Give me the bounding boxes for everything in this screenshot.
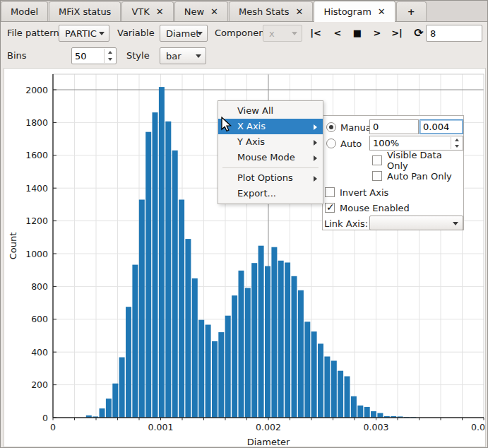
x-ticks [53,418,484,420]
manual-radio[interactable] [326,122,336,132]
plot-context-menu: View AllX AxisY AxisMouse ModePlot Optio… [218,100,323,204]
spin-down-icon [108,58,112,61]
svg-text:200: 200 [31,379,48,390]
x-axis-options-panel: Manual Auto Visible Data Only Auto Pan O… [322,115,464,230]
chevron-down-icon [453,222,458,225]
submenu-arrow-icon [314,140,317,146]
link-axis-combo[interactable] [369,216,463,230]
chevron-down-icon [292,32,297,35]
component-combo: x [263,25,302,42]
spin-up-button[interactable] [105,49,115,56]
tab-mesh-stats[interactable]: Mesh Stats✕ [229,1,313,21]
menu-item-x-axis[interactable]: X Axis [218,119,323,134]
auto-percent-spinbox[interactable] [369,136,463,151]
x-min-field[interactable] [369,119,419,134]
svg-text:400: 400 [31,347,48,358]
visible-data-only-checkbox[interactable] [372,155,382,165]
file-pattern-combo[interactable]: PARTIC [59,25,109,42]
y-axis-label: Count [8,232,18,260]
bins-spinbox[interactable] [71,47,117,64]
svg-text:1200: 1200 [25,216,48,226]
tab-label: New [184,6,204,17]
spin-down-button[interactable] [105,56,115,63]
component-label: Component [215,25,268,42]
bins-label: Bins [7,47,27,64]
variable-label: Variable [117,25,155,42]
last-frame-button[interactable]: >| [388,25,405,42]
svg-text:2000: 2000 [25,85,48,95]
menu-item-mouse-mode[interactable]: Mouse Mode [218,150,323,165]
svg-text:800: 800 [31,281,48,292]
x-max-field[interactable] [419,119,463,134]
style-value: bar [166,51,181,61]
tab-model[interactable]: Model [1,1,48,21]
new-tab-button[interactable]: + [396,1,427,21]
invert-axis-label: Invert Axis [340,187,388,198]
svg-text:0.001: 0.001 [148,422,174,432]
svg-text:1000: 1000 [25,249,48,259]
auto-pan-only-label: Auto Pan Only [387,171,452,182]
spin-down-button[interactable] [451,143,462,150]
auto-pan-only-checkbox[interactable] [372,171,382,181]
tab-histogram[interactable]: Histogram✕ [314,1,395,22]
menu-item-label: Plot Options [237,172,293,183]
svg-text:1600: 1600 [25,150,48,160]
tab-close-icon[interactable]: ✕ [378,7,386,16]
style-label: Style [126,47,150,64]
first-frame-button[interactable]: |< [307,25,324,42]
stop-button[interactable]: ■ [349,25,366,42]
menu-item-label: Mouse Mode [237,152,295,163]
bins-value-field[interactable] [72,48,103,64]
variable-value: Diamet [166,28,199,39]
submenu-arrow-icon [314,176,317,182]
menu-item-label: Y Axis [237,136,265,147]
menu-item-y-axis[interactable]: Y Axis [218,134,323,150]
svg-text:0.004: 0.004 [471,422,486,432]
menu-separator [222,167,319,168]
spin-up-button[interactable] [451,137,462,143]
spin-up-icon [108,51,112,54]
x-axis-label: Diameter [247,437,290,447]
menu-item-view-all[interactable]: View All [218,103,323,119]
svg-text:600: 600 [31,314,48,324]
x-tick-labels: 00.0010.0020.0030.004 [50,422,486,432]
tab-label: Mesh Stats [239,6,290,17]
y-tick-labels: 0200400600800100012001400160018002000 [25,85,48,423]
tab-close-icon[interactable]: ✕ [210,7,218,16]
svg-text:0.003: 0.003 [364,422,389,432]
svg-text:0: 0 [42,413,48,423]
menu-item-label: X Axis [237,121,266,131]
tab-vtk[interactable]: VTK✕ [121,1,173,21]
tab-close-icon[interactable]: ✕ [156,7,164,16]
y-ticks [53,90,56,418]
menu-item-export[interactable]: Export... [218,186,323,201]
menu-item-label: Export... [237,188,276,199]
tab-label: Model [11,6,38,17]
tab-new[interactable]: New✕ [174,1,228,21]
next-frame-button[interactable]: > [369,25,386,42]
frame-count-field[interactable] [426,25,482,42]
variable-combo[interactable]: Diamet [160,25,208,42]
file-pattern-label: File pattern [7,25,59,42]
tab-mfix-status[interactable]: MFiX status [49,1,121,21]
mouse-enabled-checkbox[interactable] [325,203,335,213]
svg-text:1400: 1400 [25,183,48,194]
tab-close-icon[interactable]: ✕ [295,7,303,16]
auto-label: Auto [340,138,362,149]
refresh-button[interactable]: ⟳ [410,25,427,42]
mouse-enabled-label: Mouse Enabled [340,203,410,213]
component-value: x [269,28,275,39]
submenu-arrow-icon [314,124,317,130]
auto-radio[interactable] [326,138,336,148]
auto-percent-field[interactable] [370,136,446,150]
menu-item-plot-options[interactable]: Plot Options [218,170,323,186]
chevron-down-icon [99,32,105,35]
previous-frame-button[interactable]: < [329,25,346,42]
invert-axis-checkbox[interactable] [325,187,335,197]
svg-text:0: 0 [50,422,56,432]
style-combo[interactable]: bar [160,47,206,64]
spin-up-icon [455,138,459,141]
chevron-down-icon [197,32,203,35]
tab-label: Histogram [323,6,371,17]
submenu-arrow-icon [314,155,317,161]
